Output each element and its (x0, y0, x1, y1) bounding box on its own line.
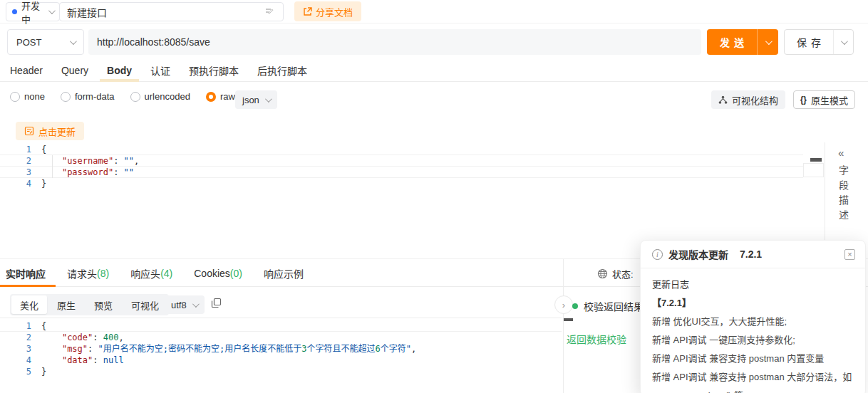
radio-label: urlencoded (145, 91, 190, 102)
body-type-radios: noneform-dataurlencodedraw (10, 91, 235, 102)
body-type-radio-raw[interactable]: raw (206, 91, 235, 102)
raw-mode-button[interactable]: {} 原生模式 (793, 90, 855, 109)
request-body-editor[interactable]: 1{2 "username": "",3 "password": ""4} (0, 144, 803, 239)
visual-structure-button[interactable]: 可视化结构 (711, 90, 785, 109)
response-tab-实时响应[interactable]: 实时响应 (6, 261, 46, 286)
chevron-down-icon (841, 38, 848, 45)
response-toolbar: 美化原生预览可视化 utf8 (0, 292, 562, 318)
api-status-label: 开发中 (21, 0, 44, 26)
request-tab-label: 预执行脚本 (189, 63, 239, 78)
minimap-viewport (803, 163, 824, 177)
raw-format-value: json (242, 95, 259, 105)
braces-icon: {} (800, 95, 807, 105)
chevron-down-icon (765, 38, 773, 45)
changelog-entry: 新增 API调试 一键压测支持参数化; (652, 331, 854, 350)
chevron-down-icon (70, 38, 77, 45)
request-tab-后执行脚本[interactable]: 后执行脚本 (257, 60, 307, 81)
close-icon[interactable]: × (844, 249, 855, 260)
popup-header: i 发现版本更新 7.2.1 × (641, 241, 865, 268)
line-number: 1 (0, 320, 41, 332)
field-description-label: 字段描述 (836, 165, 850, 225)
response-tab-请求头[interactable]: 请求头(8) (67, 261, 109, 286)
changelog-entry: 新增 API调试 兼容支持 postman 大部分语法，如 pm.respons… (652, 368, 854, 393)
topbar: 开发中 新建接口 分享文档 (0, 0, 868, 23)
code-text: { (41, 320, 562, 332)
active-tab-underline (100, 79, 139, 82)
body-type-radio-form-data[interactable]: form-data (61, 91, 115, 102)
code-line: 3 "password": "" (0, 167, 803, 178)
active-tab-underline (0, 285, 56, 287)
radio-label: none (24, 91, 45, 102)
body-type-radio-urlencoded[interactable]: urlencoded (130, 91, 190, 102)
send-options-button[interactable] (757, 29, 778, 55)
radio-icon (61, 92, 71, 102)
changelog-entry: 新增 优化UI交互，大大提升性能; (652, 313, 854, 331)
code-line: 2 "username": "", (0, 155, 803, 167)
save-button[interactable]: 保存 (784, 29, 854, 55)
request-tab-Header[interactable]: Header (10, 60, 43, 81)
view-button-可视化[interactable]: 可视化 (123, 295, 167, 314)
tab-count: (0) (230, 268, 242, 279)
chevron-down-icon (48, 7, 56, 14)
response-tab-label: 响应示例 (264, 266, 304, 281)
request-tab-预执行脚本[interactable]: 预执行脚本 (189, 60, 239, 81)
radio-label: raw (220, 91, 235, 102)
request-tab-label: 认证 (150, 63, 170, 78)
code-line: 5} (0, 366, 562, 377)
api-status-select[interactable]: 开发中 (6, 2, 60, 21)
code-line: 3 "msg": "用户名不能为空;密码不能为空;用户名长度不能低于3个字符且不… (0, 343, 562, 355)
response-tab-label: 请求头 (67, 266, 97, 281)
encoding-select[interactable]: utf8 (164, 295, 205, 314)
status-dot-icon (12, 9, 17, 14)
radio-icon (130, 92, 140, 102)
raw-format-select[interactable]: json (235, 90, 277, 109)
request-tab-label: 后执行脚本 (257, 63, 307, 78)
method-value: POST (16, 37, 70, 48)
response-body-editor[interactable]: 1{2 "code": 400,3 "msg": "用户名不能为空;密码不能为空… (0, 320, 562, 393)
request-tab-认证[interactable]: 认证 (150, 60, 170, 81)
collapse-panel-icon[interactable]: « (838, 147, 844, 159)
code-text: "password": "" (41, 167, 803, 178)
share-doc-button[interactable]: 分享文档 (294, 1, 361, 21)
response-tab-Cookies[interactable]: Cookies(0) (194, 261, 242, 286)
edit-icon[interactable] (265, 6, 276, 17)
request-tab-label: Header (10, 65, 43, 76)
request-tab-label: Body (107, 65, 132, 76)
share-icon (303, 7, 312, 16)
body-type-radio-none[interactable]: none (10, 91, 45, 102)
line-number: 5 (0, 366, 41, 377)
method-select[interactable]: POST (7, 29, 84, 55)
send-label: 发送 (707, 29, 757, 55)
tab-count: (4) (160, 268, 172, 279)
view-button-原生[interactable]: 原生 (48, 295, 84, 314)
click-update-button[interactable]: 点击更新 (16, 122, 84, 140)
request-tab-label: Query (61, 65, 88, 76)
request-tab-Body[interactable]: Body (107, 60, 132, 81)
update-popup: i 发现版本更新 7.2.1 × 更新日志 【7.2.1】新增 优化UI交互，大… (640, 240, 866, 393)
copy-button[interactable] (211, 298, 222, 308)
response-tab-响应头[interactable]: 响应头(4) (130, 261, 172, 286)
success-dot-icon (572, 303, 578, 309)
line-number: 4 (0, 355, 41, 366)
request-tab-Query[interactable]: Query (61, 60, 88, 81)
view-button-美化[interactable]: 美化 (11, 295, 47, 314)
validation-link[interactable]: 返回数据校验 (567, 332, 626, 346)
line-number: 3 (0, 343, 41, 355)
send-button[interactable]: 发送 (707, 29, 778, 55)
code-text: { (41, 144, 803, 155)
radio-icon (10, 92, 20, 102)
share-doc-label: 分享文档 (316, 5, 353, 19)
editor-minimap[interactable] (803, 144, 825, 239)
validation-header: 校验返回结果 (572, 299, 644, 313)
save-options-button[interactable] (833, 30, 853, 54)
view-button-预览[interactable]: 预览 (86, 295, 121, 314)
response-tab-响应示例[interactable]: 响应示例 (264, 261, 304, 286)
collapse-handle[interactable]: › (554, 295, 573, 314)
indent-guide (52, 155, 53, 178)
changelog-heading: 更新日志 (652, 276, 854, 294)
code-text: } (41, 366, 562, 377)
line-number: 3 (0, 167, 41, 178)
api-title-input[interactable]: 新建接口 (59, 2, 284, 21)
url-input[interactable]: http://localhost:8085/save (88, 29, 701, 55)
changelog-entries: 【7.2.1】新增 优化UI交互，大大提升性能;新增 API调试 一键压测支持参… (652, 294, 854, 393)
